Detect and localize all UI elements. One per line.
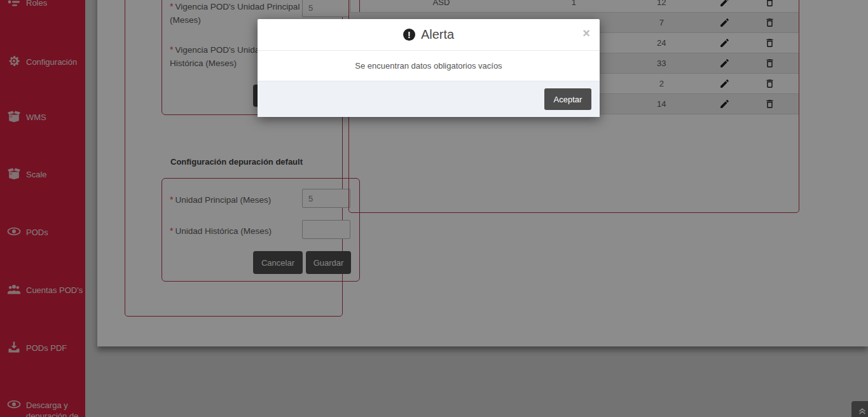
alert-modal: ! Alerta × Se encuentran datos obligator…	[258, 19, 600, 117]
modal-message: Se encuentran datos obligatorios vacíos	[258, 51, 600, 81]
accept-button[interactable]: Aceptar	[544, 88, 591, 110]
close-icon[interactable]: ×	[582, 27, 590, 39]
modal-footer: Aceptar	[258, 81, 600, 117]
modal-title: Alerta	[421, 27, 454, 42]
modal-header: ! Alerta ×	[258, 19, 600, 51]
app-window: Roles Configuración WMS Scale PODs Cuent…	[0, 0, 868, 417]
alert-icon: !	[403, 29, 415, 41]
